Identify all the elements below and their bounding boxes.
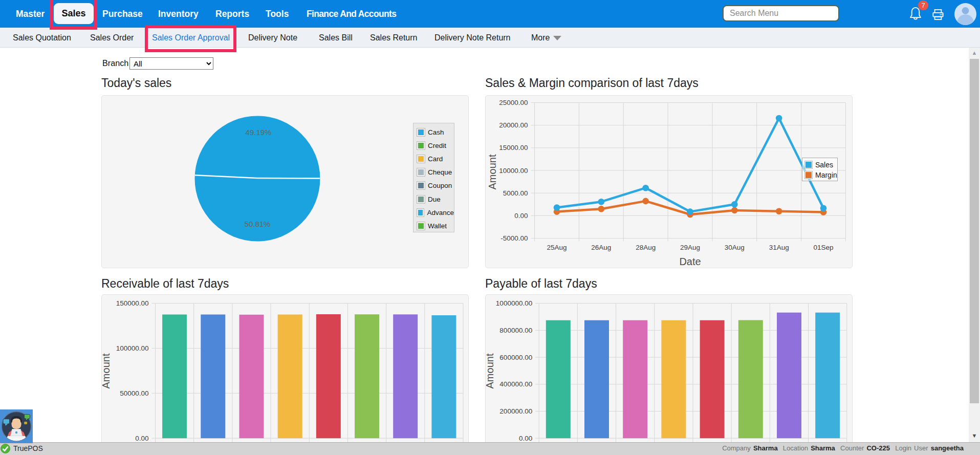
svg-text:01Sep: 01Sep xyxy=(813,244,833,251)
svg-text:Amount: Amount xyxy=(101,353,112,388)
svg-text:50000.00: 50000.00 xyxy=(120,389,148,397)
svg-text:Amount: Amount xyxy=(485,353,495,388)
svg-text:200000.00: 200000.00 xyxy=(499,407,532,415)
svg-text:800000.00: 800000.00 xyxy=(499,327,532,334)
svg-text:25Aug: 25Aug xyxy=(547,244,567,251)
svg-text:49.19%: 49.19% xyxy=(246,128,272,137)
svg-text:Date: Date xyxy=(679,256,701,267)
svg-text:15000.00: 15000.00 xyxy=(499,144,528,151)
svg-text:0.00: 0.00 xyxy=(135,435,148,442)
svg-text:25000.00: 25000.00 xyxy=(499,99,528,106)
svg-text:31Aug: 31Aug xyxy=(769,244,789,251)
svg-text:0.00: 0.00 xyxy=(514,212,528,220)
svg-text:10000.00: 10000.00 xyxy=(499,167,528,175)
svg-text:1000000.00: 1000000.00 xyxy=(496,299,532,307)
svg-text:28Aug: 28Aug xyxy=(636,244,656,251)
svg-text:100000.00: 100000.00 xyxy=(116,344,149,352)
svg-text:20000.00: 20000.00 xyxy=(499,121,528,129)
svg-text:Amount: Amount xyxy=(487,154,498,189)
svg-text:29Aug: 29Aug xyxy=(680,244,700,251)
svg-text:600000.00: 600000.00 xyxy=(499,354,532,361)
svg-text:50.81%: 50.81% xyxy=(245,220,271,228)
svg-text:150000.00: 150000.00 xyxy=(116,299,149,307)
svg-text:30Aug: 30Aug xyxy=(725,244,745,251)
svg-text:5000.00: 5000.00 xyxy=(503,189,528,197)
svg-text:26Aug: 26Aug xyxy=(591,244,611,251)
svg-text:400000.00: 400000.00 xyxy=(499,380,532,388)
svg-text:0.00: 0.00 xyxy=(519,435,532,442)
svg-text:-5000.00: -5000.00 xyxy=(500,234,528,242)
